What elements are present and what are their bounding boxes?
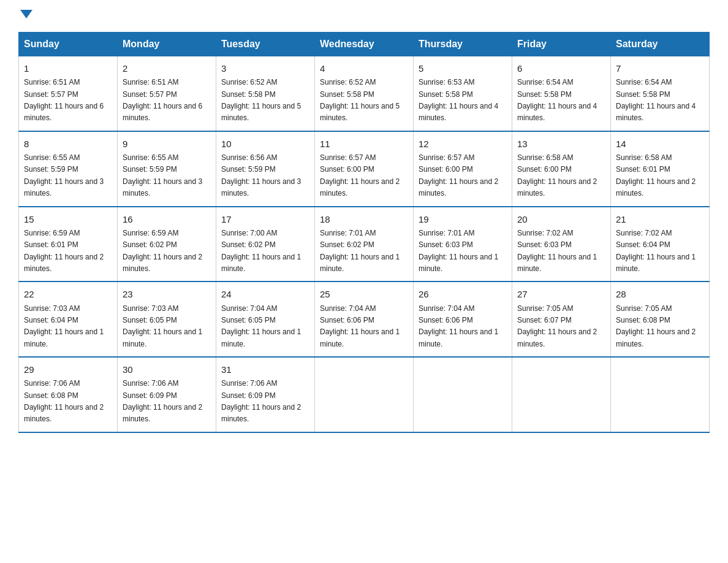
day-info: Sunrise: 7:01 AMSunset: 6:02 PMDaylight:… (320, 229, 400, 273)
day-info: Sunrise: 7:02 AMSunset: 6:03 PMDaylight:… (517, 229, 597, 273)
day-number: 29 (24, 362, 112, 377)
day-number: 26 (419, 287, 507, 301)
calendar-cell: 15Sunrise: 6:59 AMSunset: 6:01 PMDayligh… (19, 207, 118, 282)
calendar-cell: 14Sunrise: 6:58 AMSunset: 6:01 PMDayligh… (611, 131, 710, 207)
day-info: Sunrise: 7:06 AMSunset: 6:09 PMDaylight:… (221, 379, 301, 423)
day-info: Sunrise: 7:05 AMSunset: 6:08 PMDaylight:… (616, 304, 696, 348)
day-number: 2 (123, 61, 211, 75)
calendar-cell (512, 357, 611, 432)
calendar-cell (315, 357, 414, 432)
calendar-cell: 28Sunrise: 7:05 AMSunset: 6:08 PMDayligh… (611, 282, 710, 357)
header-row: SundayMondayTuesdayWednesdayThursdayFrid… (19, 33, 710, 56)
day-info: Sunrise: 7:03 AMSunset: 6:05 PMDaylight:… (123, 304, 202, 348)
day-info: Sunrise: 6:51 AMSunset: 5:57 PMDaylight:… (24, 78, 104, 122)
day-number: 5 (419, 61, 507, 75)
day-number: 20 (517, 212, 605, 226)
week-row-4: 22Sunrise: 7:03 AMSunset: 6:04 PMDayligh… (19, 282, 710, 357)
day-info: Sunrise: 7:00 AMSunset: 6:02 PMDaylight:… (221, 229, 301, 273)
day-number: 24 (221, 287, 309, 301)
day-number: 4 (320, 61, 408, 75)
day-number: 17 (221, 212, 309, 226)
day-number: 9 (123, 137, 211, 151)
day-info: Sunrise: 7:06 AMSunset: 6:08 PMDaylight:… (24, 379, 104, 423)
day-number: 25 (320, 287, 408, 301)
day-number: 3 (221, 61, 309, 75)
day-info: Sunrise: 7:01 AMSunset: 6:03 PMDaylight:… (419, 229, 498, 273)
day-info: Sunrise: 6:58 AMSunset: 6:00 PMDaylight:… (517, 153, 597, 197)
calendar-cell: 17Sunrise: 7:00 AMSunset: 6:02 PMDayligh… (216, 207, 315, 282)
day-info: Sunrise: 6:55 AMSunset: 5:59 PMDaylight:… (24, 153, 104, 197)
logo-triangle-icon (20, 10, 32, 18)
header-monday: Monday (118, 33, 216, 56)
day-number: 18 (320, 212, 408, 226)
calendar-cell (414, 357, 512, 432)
header-sunday: Sunday (19, 33, 118, 56)
calendar-cell: 5Sunrise: 6:53 AMSunset: 5:58 PMDaylight… (414, 56, 512, 131)
calendar-cell: 29Sunrise: 7:06 AMSunset: 6:08 PMDayligh… (19, 357, 118, 432)
calendar-cell: 8Sunrise: 6:55 AMSunset: 5:59 PMDaylight… (19, 131, 118, 207)
day-number: 13 (517, 137, 605, 151)
day-info: Sunrise: 7:02 AMSunset: 6:04 PMDaylight:… (616, 229, 696, 273)
day-info: Sunrise: 7:04 AMSunset: 6:06 PMDaylight:… (419, 304, 498, 348)
day-info: Sunrise: 6:56 AMSunset: 5:59 PMDaylight:… (221, 153, 301, 197)
calendar-cell: 9Sunrise: 6:55 AMSunset: 5:59 PMDaylight… (118, 131, 216, 207)
calendar-table: SundayMondayTuesdayWednesdayThursdayFrid… (18, 32, 710, 433)
calendar-cell: 21Sunrise: 7:02 AMSunset: 6:04 PMDayligh… (611, 207, 710, 282)
day-number: 6 (517, 61, 605, 75)
calendar-cell: 1Sunrise: 6:51 AMSunset: 5:57 PMDaylight… (19, 56, 118, 131)
calendar-cell: 20Sunrise: 7:02 AMSunset: 6:03 PMDayligh… (512, 207, 611, 282)
calendar-cell: 3Sunrise: 6:52 AMSunset: 5:58 PMDaylight… (216, 56, 315, 131)
calendar-cell: 13Sunrise: 6:58 AMSunset: 6:00 PMDayligh… (512, 131, 611, 207)
calendar-cell (611, 357, 710, 432)
day-info: Sunrise: 6:54 AMSunset: 5:58 PMDaylight:… (517, 78, 597, 122)
calendar-cell: 27Sunrise: 7:05 AMSunset: 6:07 PMDayligh… (512, 282, 611, 357)
day-info: Sunrise: 6:57 AMSunset: 6:00 PMDaylight:… (320, 153, 400, 197)
page-header (18, 12, 710, 21)
day-info: Sunrise: 6:57 AMSunset: 6:00 PMDaylight:… (419, 153, 498, 197)
day-number: 19 (419, 212, 507, 226)
day-number: 16 (123, 212, 211, 226)
calendar-cell: 30Sunrise: 7:06 AMSunset: 6:09 PMDayligh… (118, 357, 216, 432)
header-wednesday: Wednesday (315, 33, 414, 56)
day-info: Sunrise: 6:59 AMSunset: 6:01 PMDaylight:… (24, 229, 104, 273)
day-number: 28 (616, 287, 704, 301)
calendar-cell: 22Sunrise: 7:03 AMSunset: 6:04 PMDayligh… (19, 282, 118, 357)
day-info: Sunrise: 7:05 AMSunset: 6:07 PMDaylight:… (517, 304, 597, 348)
calendar-cell: 25Sunrise: 7:04 AMSunset: 6:06 PMDayligh… (315, 282, 414, 357)
calendar-cell: 23Sunrise: 7:03 AMSunset: 6:05 PMDayligh… (118, 282, 216, 357)
day-number: 27 (517, 287, 605, 301)
week-row-2: 8Sunrise: 6:55 AMSunset: 5:59 PMDaylight… (19, 131, 710, 207)
day-number: 11 (320, 137, 408, 151)
day-number: 21 (616, 212, 704, 226)
calendar-cell: 6Sunrise: 6:54 AMSunset: 5:58 PMDaylight… (512, 56, 611, 131)
calendar-cell: 31Sunrise: 7:06 AMSunset: 6:09 PMDayligh… (216, 357, 315, 432)
week-row-1: 1Sunrise: 6:51 AMSunset: 5:57 PMDaylight… (19, 56, 710, 131)
day-info: Sunrise: 6:51 AMSunset: 5:57 PMDaylight:… (123, 78, 202, 122)
calendar-cell: 10Sunrise: 6:56 AMSunset: 5:59 PMDayligh… (216, 131, 315, 207)
day-info: Sunrise: 7:06 AMSunset: 6:09 PMDaylight:… (123, 379, 202, 423)
calendar-cell: 26Sunrise: 7:04 AMSunset: 6:06 PMDayligh… (414, 282, 512, 357)
day-number: 14 (616, 137, 704, 151)
day-number: 10 (221, 137, 309, 151)
day-number: 1 (24, 61, 112, 75)
day-number: 30 (123, 362, 211, 377)
day-info: Sunrise: 6:59 AMSunset: 6:02 PMDaylight:… (123, 229, 202, 273)
header-friday: Friday (512, 33, 611, 56)
header-saturday: Saturday (611, 33, 710, 56)
day-number: 15 (24, 212, 112, 226)
header-tuesday: Tuesday (216, 33, 315, 56)
calendar-cell: 24Sunrise: 7:04 AMSunset: 6:05 PMDayligh… (216, 282, 315, 357)
day-number: 31 (221, 362, 309, 377)
day-number: 22 (24, 287, 112, 301)
day-info: Sunrise: 6:58 AMSunset: 6:01 PMDaylight:… (616, 153, 696, 197)
header-thursday: Thursday (414, 33, 512, 56)
calendar-body: 1Sunrise: 6:51 AMSunset: 5:57 PMDaylight… (19, 56, 710, 432)
day-number: 7 (616, 61, 704, 75)
day-info: Sunrise: 7:04 AMSunset: 6:05 PMDaylight:… (221, 304, 301, 348)
day-number: 23 (123, 287, 211, 301)
day-info: Sunrise: 6:54 AMSunset: 5:58 PMDaylight:… (616, 78, 696, 122)
calendar-cell: 19Sunrise: 7:01 AMSunset: 6:03 PMDayligh… (414, 207, 512, 282)
week-row-3: 15Sunrise: 6:59 AMSunset: 6:01 PMDayligh… (19, 207, 710, 282)
calendar-cell: 12Sunrise: 6:57 AMSunset: 6:00 PMDayligh… (414, 131, 512, 207)
day-info: Sunrise: 7:04 AMSunset: 6:06 PMDaylight:… (320, 304, 400, 348)
